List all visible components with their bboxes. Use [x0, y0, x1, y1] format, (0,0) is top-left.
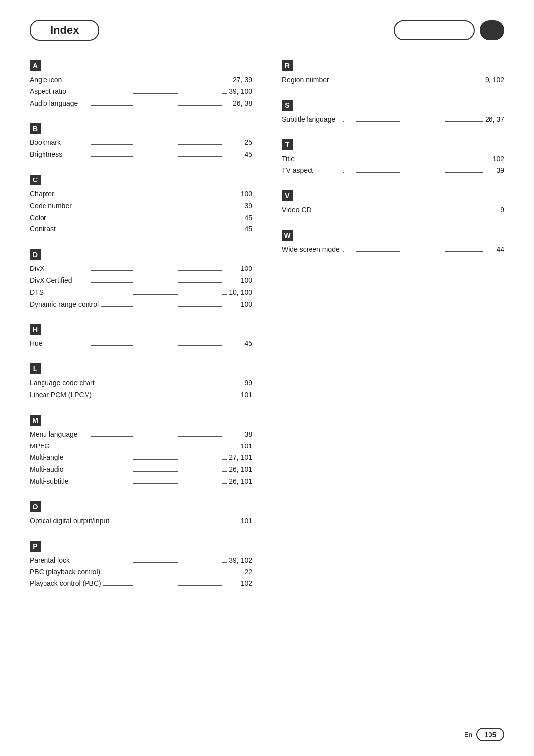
index-entry: Color45	[30, 212, 252, 224]
section-h: HHue45	[30, 324, 252, 350]
entry-term: Menu language	[30, 429, 89, 441]
entry-term: DTS	[30, 287, 89, 299]
entry-dots	[91, 144, 230, 145]
section-letter-a: A	[30, 60, 41, 71]
header-outline-box	[394, 20, 475, 40]
index-entry: Video CD9	[282, 204, 504, 216]
entry-term: Hue	[30, 338, 89, 350]
section-o: OOptical digital output/input101	[30, 501, 252, 527]
index-entry: DivX100	[30, 263, 252, 275]
entry-dots	[343, 161, 483, 161]
section-p: PParental lock39, 102PBC (playback contr…	[30, 541, 252, 590]
entry-term: Playback control (PBC)	[30, 578, 101, 590]
entry-dots	[91, 459, 227, 460]
section-r: RRegion number9, 102	[282, 60, 504, 86]
entry-term: Angle icon	[30, 74, 89, 86]
entry-dots	[91, 156, 230, 157]
entry-page: 39, 100	[229, 86, 252, 98]
entry-dots	[91, 345, 230, 346]
entry-term: Subtitle language	[282, 114, 341, 126]
entry-page: 9, 102	[485, 74, 504, 86]
entry-dots	[91, 436, 230, 437]
left-column: AAngle icon27, 39Aspect ratio39, 100Audi…	[30, 60, 252, 604]
entry-page: 26, 101	[229, 476, 252, 488]
entry-page: 25	[232, 137, 252, 149]
section-letter-s: S	[282, 100, 293, 111]
entry-term: MPEG	[30, 441, 89, 452]
entry-dots	[101, 306, 230, 307]
index-entry: Region number9, 102	[282, 74, 504, 86]
index-entry: Audio language26, 38	[30, 98, 252, 110]
entry-page: 102	[485, 153, 504, 165]
index-entry: Multi-audio26, 101	[30, 464, 252, 476]
index-entry: Playback control (PBC)102	[30, 578, 252, 590]
entry-page: 45	[232, 338, 252, 350]
index-entry: Multi-subtitle26, 101	[30, 476, 252, 488]
entry-page: 100	[232, 188, 252, 200]
index-entry: MPEG101	[30, 441, 252, 452]
entry-page: 27, 39	[232, 74, 252, 86]
entry-page: 27, 101	[229, 452, 252, 464]
entry-term: PBC (playback control)	[30, 566, 100, 578]
entry-dots	[102, 574, 230, 574]
header-right	[394, 20, 504, 40]
entry-page: 45	[232, 223, 252, 235]
index-entry: DTS10, 100	[30, 287, 252, 299]
section-l: LLanguage code chart99Linear PCM (LPCM)1…	[30, 363, 252, 401]
entry-page: 38	[232, 429, 252, 441]
entry-page: 45	[232, 149, 252, 161]
entry-dots	[111, 523, 230, 523]
entry-page: 101	[232, 389, 252, 401]
entry-page: 100	[232, 299, 252, 311]
entry-term: Aspect ratio	[30, 86, 89, 98]
index-entry: Hue45	[30, 338, 252, 350]
entry-page: 101	[232, 515, 252, 527]
section-c: CChapter100Code number39Color45Contrast4…	[30, 175, 252, 235]
section-letter-v: V	[282, 190, 293, 201]
entry-dots	[91, 220, 230, 220]
entry-page: 102	[232, 578, 252, 590]
entry-page: 39, 102	[229, 555, 252, 567]
section-letter-o: O	[30, 501, 41, 512]
entry-term: DivX	[30, 263, 89, 275]
section-letter-t: T	[282, 139, 293, 150]
section-letter-h: H	[30, 324, 41, 335]
section-m: MMenu language38MPEG101Multi-angle27, 10…	[30, 415, 252, 488]
index-entry: Aspect ratio39, 100	[30, 86, 252, 98]
entry-dots	[94, 397, 230, 397]
index-entry: Brightness45	[30, 149, 252, 161]
entry-dots	[91, 105, 230, 106]
section-w: WWide screen mode44	[282, 230, 504, 256]
entry-term: Dynamic range control	[30, 299, 99, 311]
entry-term: Multi-audio	[30, 464, 89, 476]
entry-term: TV aspect	[282, 165, 341, 177]
entry-dots	[103, 585, 230, 586]
entry-dots	[343, 121, 483, 122]
index-entry: Wide screen mode44	[282, 244, 504, 256]
entry-term: Bookmark	[30, 137, 89, 149]
entry-dots	[343, 251, 483, 252]
index-entry: Parental lock39, 102	[30, 555, 252, 567]
entry-term: Wide screen mode	[282, 244, 341, 256]
index-entry: Dynamic range control100	[30, 299, 252, 311]
entry-term: DivX Certified	[30, 275, 89, 287]
header-filled-box	[480, 20, 504, 40]
entry-page: 100	[232, 275, 252, 287]
index-entry: Optical digital output/input101	[30, 515, 252, 527]
section-t: TTitle102TV aspect39	[282, 139, 504, 177]
entry-term: Chapter	[30, 188, 89, 200]
entry-term: Parental lock	[30, 555, 89, 567]
entry-term: Language code chart	[30, 377, 95, 389]
footer-page-number: 105	[476, 728, 504, 741]
index-entry: Chapter100	[30, 188, 252, 200]
entry-term: Linear PCM (LPCM)	[30, 389, 92, 401]
entry-dots	[91, 471, 227, 472]
footer: En 105	[464, 728, 504, 741]
index-entry: Angle icon27, 39	[30, 74, 252, 86]
entry-page: 45	[232, 212, 252, 224]
entry-term: Color	[30, 212, 89, 224]
entry-term: Optical digital output/input	[30, 515, 109, 527]
entry-term: Multi-angle	[30, 452, 89, 464]
entry-page: 10, 100	[229, 287, 252, 299]
entry-dots	[91, 208, 230, 208]
